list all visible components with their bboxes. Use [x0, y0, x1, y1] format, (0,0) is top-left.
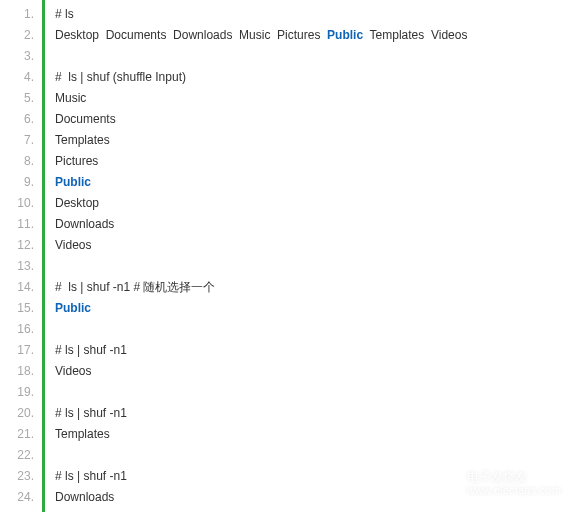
line-number: 22. — [0, 445, 34, 466]
highlighted-token: Public — [327, 28, 363, 42]
code-token: # ls | shuf -n1 — [55, 469, 127, 483]
code-line: Desktop Documents Downloads Music Pictur… — [55, 25, 569, 46]
code-line: # ls | shuf -n1 # 随机选择一个 — [55, 277, 569, 298]
code-token: # ls — [55, 7, 74, 21]
highlighted-token: Public — [55, 175, 91, 189]
code-token: Downloads — [55, 490, 114, 504]
code-line: Public — [55, 172, 569, 193]
line-number: 8. — [0, 151, 34, 172]
code-token: # ls | shuf -n1 # 随机选择一个 — [55, 280, 216, 294]
code-line: Public — [55, 298, 569, 319]
line-number: 16. — [0, 319, 34, 340]
line-number-gutter: 1.2.3.4.5.6.7.8.9.10.11.12.13.14.15.16.1… — [0, 0, 42, 512]
code-line: Videos — [55, 235, 569, 256]
code-line — [55, 46, 569, 67]
line-number: 23. — [0, 466, 34, 487]
line-number: 4. — [0, 67, 34, 88]
code-token: Downloads — [55, 217, 114, 231]
code-line: Videos — [55, 361, 569, 382]
line-number: 20. — [0, 403, 34, 424]
code-line: Desktop — [55, 193, 569, 214]
code-line: Downloads — [55, 214, 569, 235]
line-number: 24. — [0, 487, 34, 508]
line-number: 21. — [0, 424, 34, 445]
line-number: 12. — [0, 235, 34, 256]
highlighted-token: Public — [55, 301, 91, 315]
code-area: # lsDesktop Documents Downloads Music Pi… — [42, 0, 569, 512]
line-number: 10. — [0, 193, 34, 214]
code-line: Templates — [55, 424, 569, 445]
code-token: Templates Videos — [363, 28, 467, 42]
line-number: 3. — [0, 46, 34, 67]
watermark-title: 电子发烧友 — [467, 471, 561, 484]
watermark: 电子发烧友 www.elecfans.com — [431, 469, 561, 499]
code-line: Pictures — [55, 151, 569, 172]
code-line — [55, 445, 569, 466]
line-number: 15. — [0, 298, 34, 319]
code-token: Templates — [55, 427, 110, 441]
line-number: 2. — [0, 25, 34, 46]
code-token: Videos — [55, 364, 91, 378]
code-line: Templates — [55, 130, 569, 151]
code-line: # ls | shuf -n1 — [55, 340, 569, 361]
line-number: 13. — [0, 256, 34, 277]
code-token: # ls | shuf -n1 — [55, 343, 127, 357]
line-number: 5. — [0, 88, 34, 109]
line-number: 18. — [0, 361, 34, 382]
code-line: # ls | shuf -n1 — [55, 403, 569, 424]
line-number: 11. — [0, 214, 34, 235]
code-token: Desktop Documents Downloads Music Pictur… — [55, 28, 327, 42]
code-line — [55, 382, 569, 403]
code-line — [55, 319, 569, 340]
line-number: 1. — [0, 4, 34, 25]
watermark-url: www.elecfans.com — [467, 484, 561, 497]
code-line: Music — [55, 88, 569, 109]
line-number: 14. — [0, 277, 34, 298]
code-token: # ls | shuf -n1 — [55, 406, 127, 420]
watermark-text: 电子发烧友 www.elecfans.com — [467, 471, 561, 497]
code-listing: 1.2.3.4.5.6.7.8.9.10.11.12.13.14.15.16.1… — [0, 0, 569, 512]
code-token: Videos — [55, 238, 91, 252]
line-number: 7. — [0, 130, 34, 151]
code-token: Documents — [55, 112, 116, 126]
code-token: Templates — [55, 133, 110, 147]
code-token: Pictures — [55, 154, 98, 168]
flame-icon — [431, 469, 461, 499]
line-number: 9. — [0, 172, 34, 193]
code-line: Documents — [55, 109, 569, 130]
line-number: 19. — [0, 382, 34, 403]
code-line: # ls | shuf (shuffle Input) — [55, 67, 569, 88]
code-token: Desktop — [55, 196, 99, 210]
code-token: Music — [55, 91, 86, 105]
line-number: 17. — [0, 340, 34, 361]
code-token: # ls | shuf (shuffle Input) — [55, 70, 186, 84]
code-line: # ls — [55, 4, 569, 25]
line-number: 6. — [0, 109, 34, 130]
code-line — [55, 256, 569, 277]
